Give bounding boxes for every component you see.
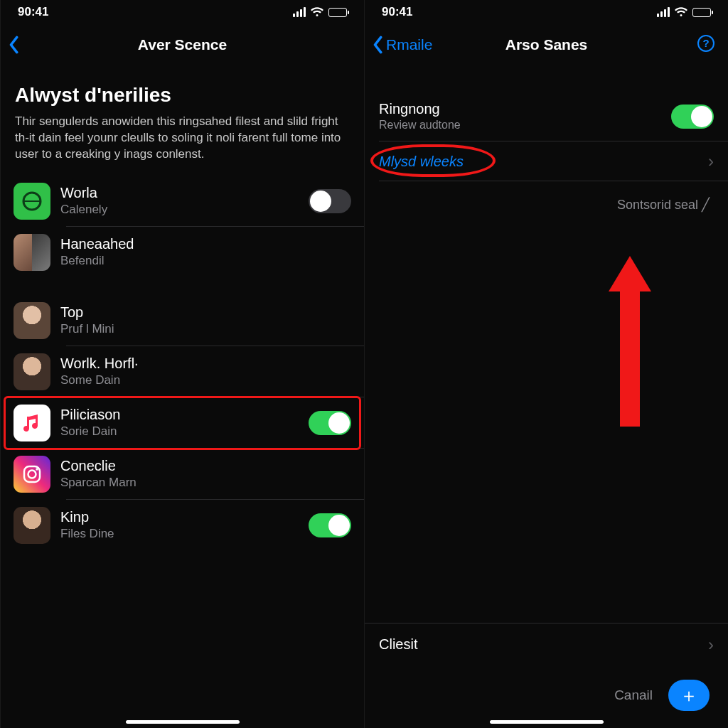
instagram-app-icon (14, 456, 50, 493)
highlight-arrow (605, 256, 655, 427)
sponsored-text: Sontsorid seal ╱ (365, 181, 728, 213)
row-title: Mlysd wleeks (379, 154, 708, 170)
bottom-list: Cliesit › (365, 623, 728, 665)
row-title: Piliciason (60, 407, 299, 423)
row-title: Worlk. Horfl· (60, 355, 351, 372)
row-title: Coneclie (60, 458, 351, 474)
section-title: Alwyst d'nerilies (1, 65, 364, 114)
contacts-pair-icon (14, 234, 50, 271)
row-title: Top (60, 304, 351, 321)
list-item-worla[interactable]: Worla Calenely (1, 176, 364, 227)
chevron-left-icon (8, 36, 19, 54)
chevron-left-icon (372, 36, 383, 54)
list-item-top[interactable]: Top Pruf l Mini (1, 295, 364, 346)
avatar-icon (14, 302, 50, 339)
status-bar: 90:41 (365, 0, 728, 24)
svg-text:?: ? (702, 37, 709, 49)
chevron-right-icon: › (708, 635, 714, 655)
back-label: Rmaile (386, 36, 432, 53)
list-item-ringnong[interactable]: Ringnong Review audtone (365, 91, 728, 141)
cellular-icon (293, 7, 306, 17)
list-item-coneclie[interactable]: Coneclie Sparcan Marn (1, 449, 364, 500)
list-item-worlk[interactable]: Worlk. Horfl· Some Dain (1, 346, 364, 397)
toggle-switch[interactable] (309, 513, 351, 537)
battery-icon (692, 8, 711, 17)
nav-bar: Aver Scence (1, 24, 364, 65)
plus-icon: ＋ (680, 683, 698, 708)
row-subtitle: Some Dain (60, 373, 351, 387)
row-title: Kinp (60, 509, 299, 525)
back-button[interactable] (8, 36, 19, 54)
row-title: Cliesit (379, 636, 708, 653)
list-item-haneaahed[interactable]: Haneaahed Befendil (1, 227, 364, 278)
list-item-piliciason[interactable]: Piliciason Sorie Dain (1, 397, 364, 449)
toggle-switch[interactable] (309, 411, 351, 435)
cellular-icon (657, 7, 670, 17)
avatar-icon (14, 507, 50, 544)
status-time: 90:41 (18, 5, 48, 19)
back-button[interactable]: Rmaile (372, 36, 432, 54)
toggle-switch[interactable] (309, 189, 351, 213)
wifi-icon (310, 6, 324, 18)
row-subtitle: Files Dine (60, 527, 299, 541)
music-app-icon (14, 405, 50, 441)
bottom-bar: Canail ＋ (365, 680, 728, 711)
row-subtitle: Review audtone (379, 119, 671, 132)
row-subtitle: Sorie Dain (60, 424, 299, 439)
screen-left: 90:41 Aver Scence Alwyst d'nerilies Thir… (0, 0, 364, 728)
status-icons (657, 6, 711, 18)
status-bar: 90:41 (1, 0, 364, 24)
nav-title: Arso Sanes (505, 36, 588, 53)
list-item-cliesit[interactable]: Cliesit › (365, 623, 728, 665)
svg-point-3 (36, 468, 38, 470)
row-title: Haneaahed (60, 236, 351, 252)
nav-bar: Rmaile Arso Sanes ? (365, 24, 728, 65)
nav-help-button[interactable]: ? (697, 34, 715, 55)
wifi-icon (674, 6, 688, 18)
row-subtitle: Befendil (60, 254, 351, 268)
worla-app-icon (14, 183, 50, 220)
question-circle-icon: ? (697, 34, 715, 53)
cancel-button[interactable]: Canail (614, 687, 653, 703)
battery-icon (328, 8, 347, 17)
row-subtitle: Calenely (60, 203, 299, 217)
screen-right: 90:41 Rmaile Arso Sanes ? Ringnong Revie… (364, 0, 728, 728)
list-item-kinp[interactable]: Kinp Files Dine (1, 500, 364, 551)
section-desc: Thir sengulerds anowiden this ringsahed … (1, 114, 364, 176)
nav-title: Aver Scence (138, 36, 227, 53)
list-item-mlysd-wleeks[interactable]: Mlysd wleeks › (365, 141, 728, 181)
add-button[interactable]: ＋ (668, 680, 710, 711)
row-title: Ringnong (379, 101, 671, 117)
status-icons (293, 6, 347, 18)
status-time: 90:41 (382, 5, 412, 19)
home-indicator[interactable] (126, 720, 240, 724)
home-indicator[interactable] (490, 720, 604, 724)
chevron-right-icon: › (708, 151, 714, 171)
row-subtitle: Sparcan Marn (60, 476, 351, 490)
svg-point-2 (28, 470, 36, 478)
toggle-switch[interactable] (671, 105, 714, 129)
row-title: Worla (60, 185, 299, 201)
avatar-icon (14, 353, 50, 390)
row-subtitle: Pruf l Mini (60, 322, 351, 336)
